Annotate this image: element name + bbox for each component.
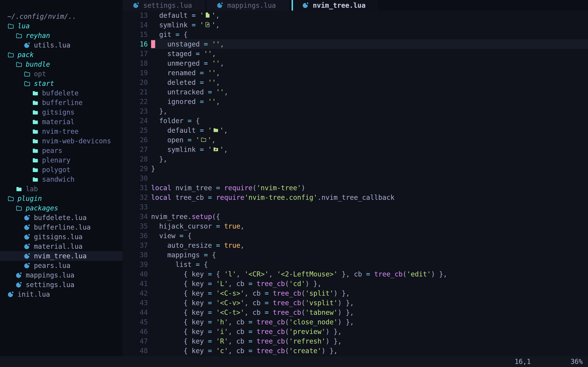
code-line-34[interactable]: 34nvim_tree.setup({ [122,212,588,221]
code-line-43[interactable]: 43 { key = '<C-v>', cb = tree_cb('vsplit… [122,298,588,308]
code-line-41[interactable]: 41 { key = 'L', cb = tree_cb('cd') }, [122,279,588,289]
code-line-42[interactable]: 42 { key = '<C-s>', cb = tree_cb('split'… [122,289,588,298]
tree-item-bufferline[interactable]: bufferline [0,98,122,108]
code-text: hijack_cursor = true, [151,221,588,231]
code-line-37[interactable]: 37 auto_resize = true, [122,241,588,250]
tree-item-bufferline.lua[interactable]: bufferline.lua [0,222,122,232]
code-text: default = '', [151,125,588,135]
code-line-27[interactable]: 27 symlink = '', [122,145,588,154]
tree-item-pears[interactable]: pears [0,146,122,155]
code-line-31[interactable]: 31local nvim_tree = require('nvim-tree') [122,183,588,193]
tree-item-utils.lua[interactable]: utils.lua [0,40,122,50]
folder-open-icon [7,22,15,30]
line-number: 36 [122,231,148,241]
tree-item-init.lua[interactable]: init.lua [0,290,122,299]
tree-item-pack[interactable]: pack [0,50,122,59]
tree-item-material.lua[interactable]: material.lua [0,242,122,251]
tree-item-label: pears [42,147,62,155]
code-line-32[interactable]: 32local tree_cb = require'nvim-tree.conf… [122,193,588,202]
tree-item-nvim-tree[interactable]: nvim-tree [0,127,122,136]
tab-label: nvim_tree.lua [313,1,365,9]
code-line-38[interactable]: 38 mappings = { [122,250,588,260]
code-text: mappings = { [151,250,588,260]
code-line-46[interactable]: 46 { key = 'i', cb = tree_cb('preview') … [122,327,588,336]
code-line-33[interactable]: 33 [122,202,588,212]
tree-item-label: gitsigns [42,108,75,116]
tree-item-settings.lua[interactable]: settings.lua [0,280,122,290]
lua-icon [302,2,310,9]
tree-item-bundle[interactable]: bundle [0,59,122,69]
scroll-percent: 36% [571,356,583,367]
tree-item-lab[interactable]: lab [0,184,122,194]
tree-item-label: plugin [17,194,42,202]
line-number: 41 [122,279,148,289]
tree-item-nvim-web-devicons[interactable]: nvim-web-devicons [0,136,122,146]
folder-closed-icon [16,185,23,193]
code-line-23[interactable]: 23 }, [122,106,588,116]
code-line-17[interactable]: 17 staged = '', [122,49,588,58]
line-number: 42 [122,289,148,298]
tree-item-bufdelete[interactable]: bufdelete [0,88,122,98]
line-number: 26 [122,135,148,145]
code-line-14[interactable]: 14 symlink = '', [122,20,588,30]
line-number: 43 [122,298,148,308]
folder-symlink-icon [212,146,220,153]
code-text: view = { [151,231,588,241]
code-line-35[interactable]: 35 hijack_cursor = true, [122,221,588,231]
editor-buffer[interactable]: 13 default = '',14 symlink = '',15 git =… [122,11,588,356]
code-line-22[interactable]: 22 ignored = '', [122,97,588,106]
tree-item-plugin[interactable]: plugin [0,194,122,203]
line-number: 19 [122,68,148,78]
lua-icon [24,42,31,49]
tree-item-polygot[interactable]: polygot [0,165,122,175]
tree-item-start[interactable]: start [0,79,122,88]
tab-settings.lua[interactable]: settings.lua [122,0,206,11]
folder-closed-icon [32,128,39,135]
code-line-28[interactable]: 28 }, [122,154,588,164]
tree-item-lua[interactable]: lua [0,21,122,31]
tree-item-bufdelete.lua[interactable]: bufdelete.lua [0,213,122,222]
code-line-36[interactable]: 36 view = { [122,231,588,241]
tree-item-pears.lua[interactable]: pears.lua [0,261,122,270]
line-number: 40 [122,269,148,279]
code-line-16[interactable]: 16 unstaged = '', [122,39,588,49]
code-line-20[interactable]: 20 deleted = '', [122,78,588,87]
line-number: 14 [122,20,148,30]
code-line-26[interactable]: 26 open = '', [122,135,588,145]
tree-item-sandwich[interactable]: sandwich [0,175,122,184]
code-line-48[interactable]: 48 { key = 'c', cb = tree_cb('create') }… [122,346,588,356]
line-number: 45 [122,317,148,327]
tree-item-opt[interactable]: opt [0,69,122,79]
tree-item-label: polygot [42,166,70,174]
code-line-13[interactable]: 13 default = '', [122,11,588,20]
lua-icon [16,272,23,279]
tree-item-mappings.lua[interactable]: mappings.lua [0,270,122,280]
code-line-24[interactable]: 24 folder = { [122,116,588,125]
tabline-sidebar-spacer [0,0,122,11]
tree-root-path[interactable]: ~/.config/nvim/.. [0,12,122,21]
tree-item-gitsigns.lua[interactable]: gitsigns.lua [0,232,122,242]
code-text: local tree_cb = require'nvim-tree.config… [151,193,588,202]
code-text: { key = 'i', cb = tree_cb('preview') }, [151,327,588,336]
tree-item-gitsigns[interactable]: gitsigns [0,108,122,117]
tree-item-plenary[interactable]: plenary [0,155,122,165]
code-line-18[interactable]: 18 unmerged = '', [122,58,588,68]
code-line-15[interactable]: 15 git = { [122,30,588,39]
code-line-45[interactable]: 45 { key = 'h', cb = tree_cb('close_node… [122,317,588,327]
code-line-39[interactable]: 39 list = { [122,260,588,269]
tree-item-reyhan[interactable]: reyhan [0,31,122,40]
code-line-30[interactable]: 30 [122,174,588,183]
tab-mappings.lua[interactable]: mappings.lua [207,0,290,11]
tree-item-packages[interactable]: packages [0,203,122,213]
tab-nvim_tree.lua[interactable]: nvim_tree.lua [292,0,378,11]
code-line-19[interactable]: 19 renamed = '', [122,68,588,78]
tree-item-nvim_tree.lua[interactable]: nvim_tree.lua [0,251,122,261]
tree-item-material[interactable]: material [0,117,122,127]
code-line-25[interactable]: 25 default = '', [122,125,588,135]
code-line-44[interactable]: 44 { key = '<C-t>', cb = tree_cb('tabnew… [122,308,588,317]
line-number: 35 [122,221,148,231]
code-line-40[interactable]: 40 { key = { 'l', '<CR>', '<2-LeftMouse>… [122,269,588,279]
code-line-21[interactable]: 21 untracked = '', [122,87,588,97]
code-line-29[interactable]: 29} [122,164,588,174]
code-line-47[interactable]: 47 { key = 'R', cb = tree_cb('refresh') … [122,336,588,346]
